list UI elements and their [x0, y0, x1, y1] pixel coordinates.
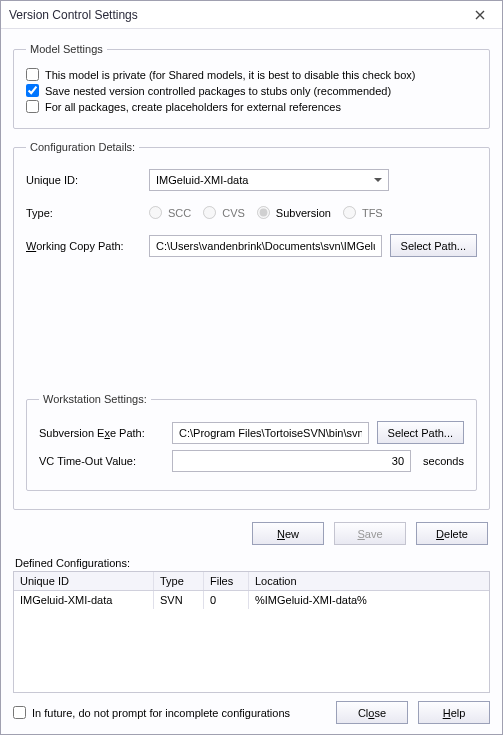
subversion-label: Subversion [276, 207, 331, 219]
cell-loc: %IMGeluid-XMI-data% [249, 591, 489, 609]
private-checkbox[interactable] [26, 68, 39, 81]
col-unique-id[interactable]: Unique ID [14, 572, 154, 590]
bottom-bar: In future, do not prompt for incomplete … [13, 693, 490, 724]
tfs-radio[interactable] [343, 206, 356, 219]
scc-radio[interactable] [149, 206, 162, 219]
defined-configs-label: Defined Configurations: [15, 557, 490, 569]
type-label: Type: [26, 207, 141, 219]
scc-label: SCC [168, 207, 191, 219]
private-label: This model is private (for Shared models… [45, 69, 416, 81]
col-files[interactable]: Files [204, 572, 249, 590]
cell-type: SVN [154, 591, 204, 609]
exe-path-input[interactable] [172, 422, 369, 444]
future-label: In future, do not prompt for incomplete … [32, 707, 290, 719]
config-details-legend: Configuration Details: [26, 141, 139, 153]
future-checkbox[interactable] [13, 706, 26, 719]
stubs-label: Save nested version controlled packages … [45, 85, 391, 97]
stubs-checkbox[interactable] [26, 84, 39, 97]
close-icon[interactable] [466, 5, 494, 25]
defined-configs-table[interactable]: Unique ID Type Files Location IMGeluid-X… [13, 571, 490, 693]
model-settings-legend: Model Settings [26, 43, 107, 55]
placeholders-label: For all packages, create placeholders fo… [45, 101, 341, 113]
cvs-radio[interactable] [203, 206, 216, 219]
unique-id-dropdown[interactable]: IMGeluid-XMI-data [149, 169, 389, 191]
table-row[interactable]: IMGeluid-XMI-data SVN 0 %IMGeluid-XMI-da… [14, 591, 489, 609]
col-type[interactable]: Type [154, 572, 204, 590]
cell-id: IMGeluid-XMI-data [14, 591, 154, 609]
new-button[interactable]: New [252, 522, 324, 545]
help-button[interactable]: Help [418, 701, 490, 724]
working-copy-input[interactable] [149, 235, 382, 257]
window-title: Version Control Settings [9, 8, 138, 22]
col-location[interactable]: Location [249, 572, 489, 590]
action-buttons-row: New Save Delete [13, 522, 490, 545]
subversion-radio[interactable] [257, 206, 270, 219]
working-copy-label: Working Copy Path: [26, 240, 141, 252]
cell-files: 0 [204, 591, 249, 609]
close-button[interactable]: Close [336, 701, 408, 724]
exe-path-label: Subversion Exe Path: [39, 427, 164, 439]
dialog-body: Model Settings This model is private (fo… [1, 29, 502, 734]
exe-select-path-button[interactable]: Select Path... [377, 421, 464, 444]
titlebar: Version Control Settings [1, 1, 502, 29]
unique-id-label: Unique ID: [26, 174, 141, 186]
timeout-unit: seconds [423, 455, 464, 467]
save-button[interactable]: Save [334, 522, 406, 545]
delete-button[interactable]: Delete [416, 522, 488, 545]
dialog-window: Version Control Settings Model Settings … [0, 0, 503, 735]
working-copy-select-path-button[interactable]: Select Path... [390, 234, 477, 257]
tfs-label: TFS [362, 207, 383, 219]
unique-id-value: IMGeluid-XMI-data [156, 174, 248, 186]
timeout-input[interactable] [172, 450, 411, 472]
cvs-label: CVS [222, 207, 245, 219]
type-radio-group: SCC CVS Subversion TFS [149, 203, 477, 222]
config-details-group: Configuration Details: Unique ID: IMGelu… [13, 141, 490, 510]
timeout-label: VC Time-Out Value: [39, 455, 164, 467]
model-settings-group: Model Settings This model is private (fo… [13, 43, 490, 129]
placeholders-checkbox[interactable] [26, 100, 39, 113]
workstation-settings-group: Workstation Settings: Subversion Exe Pat… [26, 393, 477, 491]
table-header: Unique ID Type Files Location [14, 572, 489, 591]
workstation-legend: Workstation Settings: [39, 393, 151, 405]
